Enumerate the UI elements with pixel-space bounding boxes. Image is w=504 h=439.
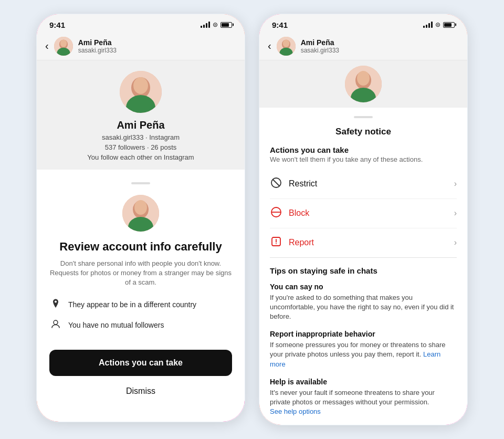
block-label: Block (289, 208, 309, 218)
phones-container: 9:41 ⊜ ‹ (36, 13, 468, 426)
nav-header-2: ‹ Ami Peña sasaki.girl333 (259, 33, 467, 60)
svg-point-3 (60, 39, 67, 47)
report-label: Report (289, 238, 314, 247)
restrict-icon (270, 177, 282, 191)
svg-line-22 (273, 179, 280, 186)
status-time-2: 9:41 (272, 20, 288, 29)
restrict-label: Restrict (289, 179, 317, 189)
svg-point-16 (282, 39, 289, 47)
tips-section: Tips on staying safe in chats You can sa… (259, 258, 467, 417)
avatar-nav-1 (54, 37, 73, 56)
sheet-title-1: Review account info carefully (49, 240, 232, 254)
dismiss-button-1[interactable]: Dismiss (49, 382, 232, 400)
tip-item-0: You can say no If you're asked to do som… (270, 283, 457, 322)
wifi-icon-1: ⊜ (213, 21, 218, 28)
status-icons-1: ⊜ (201, 21, 232, 28)
tip-body-1: If someone pressures you for money or th… (270, 340, 457, 369)
profile-handle-1: sasaki.girl333 · Instagram (102, 133, 180, 141)
actions-button-1[interactable]: Actions you can take (49, 350, 232, 376)
nav-user-name-2: Ami Peña (301, 38, 339, 47)
sheet-avatar-1 (122, 195, 159, 232)
nav-user-handle-2: sasaki.girl333 (301, 47, 339, 54)
svg-point-20 (357, 71, 370, 86)
svg-point-12 (54, 320, 58, 325)
nav-user-handle-1: sasaki.girl333 (78, 47, 117, 54)
tips-header: Tips on staying safe in chats (270, 266, 457, 275)
nav-user-name-1: Ami Peña (78, 38, 117, 47)
warning-item-country: They appear to be in a different country (49, 298, 232, 311)
location-icon (49, 298, 62, 311)
warning-text-country: They appear to be in a different country (68, 300, 196, 309)
battery-icon-1 (220, 22, 232, 28)
phone2-profile-top (259, 60, 467, 108)
phone-1: 9:41 ⊜ ‹ (36, 13, 246, 423)
warning-text-mutual: You have no mutual followers (68, 321, 164, 329)
tip-body-0: If you're asked to do something that mak… (270, 293, 457, 322)
svg-point-7 (133, 77, 148, 94)
back-button-2[interactable]: ‹ (268, 40, 271, 52)
sheet-subtitle-1: Don't share personal info with people yo… (49, 259, 232, 288)
bottom-sheet-1: Review account info carefully Don't shar… (37, 174, 245, 413)
see-help-options-link[interactable]: See help options (270, 407, 321, 415)
status-icons-2: ⊜ (423, 21, 455, 28)
profile-avatar-1 (120, 71, 162, 113)
status-time-1: 9:41 (49, 20, 65, 29)
profile-stats-1: 537 followers · 26 posts (105, 143, 177, 151)
block-icon (270, 206, 282, 221)
chevron-restrict: › (454, 179, 457, 189)
signal-icon-2 (423, 22, 433, 28)
warning-item-mutual: You have no mutual followers (49, 319, 232, 332)
back-button-1[interactable]: ‹ (45, 40, 49, 52)
safety-handle (354, 116, 373, 118)
nav-user-info-1: Ami Peña sasaki.girl333 (78, 38, 117, 54)
tip-title-0: You can say no (270, 283, 457, 291)
actions-section: Actions you can take We won't tell them … (259, 145, 467, 258)
svg-point-11 (134, 200, 147, 215)
sheet-handle-1 (131, 182, 150, 184)
tip-item-1: Report inappropriate behavior If someone… (270, 330, 457, 369)
svg-point-27 (276, 243, 277, 244)
action-left-restrict: Restrict (270, 177, 317, 191)
profile-name-1: Ami Peña (117, 119, 164, 131)
action-row-block[interactable]: Block › (270, 199, 457, 228)
actions-sub: We won't tell them if you take any of th… (270, 155, 457, 163)
tip-body-2: It's never your fault if someone threate… (270, 388, 457, 417)
person-icon (49, 319, 62, 332)
actions-header: Actions you can take (270, 145, 457, 154)
signal-icon-1 (201, 22, 210, 28)
status-bar-2: 9:41 ⊜ (259, 14, 467, 33)
phone2-avatar (345, 66, 382, 102)
avatar-nav-2 (277, 37, 296, 56)
safety-title: Safety notice (259, 127, 467, 137)
safety-sheet: Safety notice Actions you can take We wo… (259, 108, 467, 417)
action-row-report[interactable]: Report › (270, 228, 457, 258)
tip-item-2: Help is available It's never your fault … (270, 378, 457, 417)
chevron-report: › (454, 238, 457, 247)
profile-mutual-1: You follow each other on Instagram (87, 153, 194, 161)
profile-bg: Ami Peña sasaki.girl333 · Instagram 537 … (37, 60, 245, 170)
report-icon (270, 236, 282, 250)
battery-icon-2 (443, 22, 455, 28)
chevron-block: › (454, 208, 457, 218)
tip-title-2: Help is available (270, 378, 457, 386)
nav-header-1: ‹ Ami Peña sasaki.girl333 (37, 33, 245, 60)
phone-2: 9:41 ⊜ ‹ (258, 13, 468, 426)
nav-user-info-2: Ami Peña sasaki.girl333 (301, 38, 339, 54)
tip-title-1: Report inappropriate behavior (270, 330, 457, 338)
action-left-report: Report (270, 236, 314, 250)
status-bar-1: 9:41 ⊜ (37, 14, 245, 33)
action-left-block: Block (270, 206, 309, 221)
action-row-restrict[interactable]: Restrict › (270, 170, 457, 199)
wifi-icon-2: ⊜ (435, 21, 440, 28)
